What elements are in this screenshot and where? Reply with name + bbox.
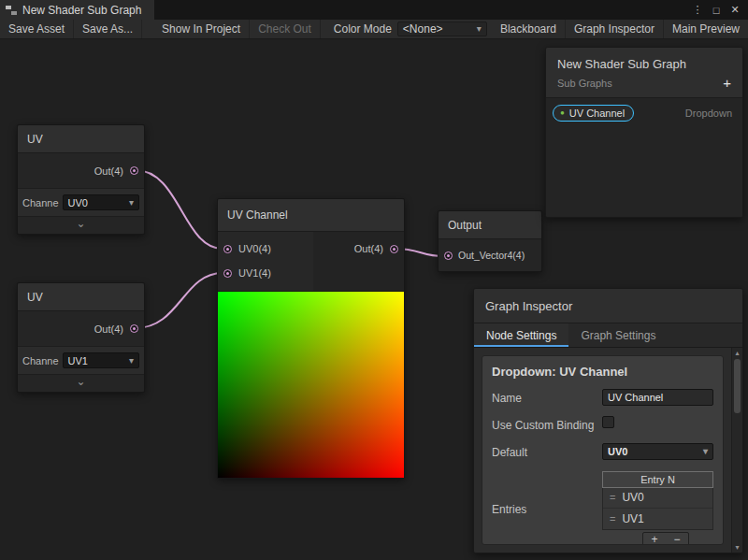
channel-dropdown[interactable]: UV1 ▾ <box>63 352 139 368</box>
channel-label: Channe <box>22 355 59 366</box>
save-asset-button[interactable]: Save Asset <box>0 20 74 38</box>
input-port-row: Out_Vector4(4) <box>439 239 541 271</box>
tab-node-settings[interactable]: Node Settings <box>474 323 568 347</box>
scroll-up-icon[interactable]: ▴ <box>732 349 742 357</box>
blackboard-subtitle: Sub Graphs <box>557 78 731 89</box>
window-tab-bar: New Shader Sub Graph ⋮ □ ✕ <box>0 0 748 20</box>
remove-entry-button[interactable]: − <box>666 533 688 545</box>
node-title[interactable]: UV Channel <box>218 199 404 232</box>
output-in-port[interactable] <box>444 251 453 260</box>
node-uv-bottom[interactable]: UV Out(4) Channe UV1 ▾ ⌄ <box>17 282 145 393</box>
shader-graph-icon <box>6 5 17 16</box>
inspector-tabs: Node Settings Graph Settings <box>474 323 742 348</box>
main-preview-toggle-button[interactable]: Main Preview <box>664 20 748 38</box>
graph-canvas[interactable]: UV Out(4) Channe UV0 ▾ ⌄ UV Out(4) <box>0 39 748 560</box>
input-port-row: UV1(4) <box>223 264 271 282</box>
default-field-row: Default UV0 ▾ <box>492 443 713 460</box>
show-in-project-button[interactable]: Show In Project <box>153 20 250 38</box>
color-mode-value: <None> <box>403 22 443 36</box>
section-title: Dropdown: UV Channel <box>492 365 713 379</box>
node-uv-channel[interactable]: UV Channel UV0(4) UV1(4) Out(4) <box>217 198 405 479</box>
node-collapse-button[interactable]: ⌄ <box>18 374 144 392</box>
node-collapse-button[interactable]: ⌄ <box>18 216 144 234</box>
color-mode-label: Color Mode <box>321 20 397 38</box>
name-label: Name <box>492 389 602 406</box>
toolbar-right-group: Blackboard Graph Inspector Main Preview <box>492 20 748 38</box>
blackboard-item-name: UV Channel <box>569 108 625 119</box>
node-title[interactable]: UV <box>18 283 144 311</box>
list-item[interactable]: = UV1 <box>603 509 712 529</box>
entry-value: UV0 <box>622 491 643 504</box>
entries-field-row: Entries Entry N = UV0 = UV1 <box>492 471 713 545</box>
entry-value: UV1 <box>622 512 643 525</box>
blackboard-item-row[interactable]: ● UV Channel Dropdown <box>553 105 736 122</box>
entries-list: = UV0 = UV1 <box>602 488 713 530</box>
inspector-scrollbar[interactable]: ▴ ▾ <box>731 348 742 553</box>
close-icon[interactable]: ✕ <box>727 4 742 16</box>
output-port-row: Out(4) <box>18 311 144 346</box>
chevron-down-icon: ▾ <box>129 356 134 366</box>
node-title[interactable]: Output <box>439 211 541 239</box>
channel-dropdown[interactable]: UV0 ▾ <box>63 194 139 210</box>
uv-bottom-out-port[interactable] <box>130 324 138 333</box>
uv-channel-in1-port[interactable] <box>223 269 232 278</box>
tab-graph-settings[interactable]: Graph Settings <box>568 323 668 347</box>
default-dropdown[interactable]: UV0 ▾ <box>602 443 713 460</box>
tab-title: New Shader Sub Graph <box>22 4 141 17</box>
list-item[interactable]: = UV0 <box>603 488 712 509</box>
blackboard-header[interactable]: New Shader Sub Graph Sub Graphs + <box>546 48 742 98</box>
exposed-dot-icon: ● <box>560 109 565 117</box>
port-label: Out_Vector4(4) <box>458 250 525 261</box>
drag-handle-icon[interactable]: = <box>610 492 615 503</box>
window-controls: ⋮ □ ✕ <box>690 0 748 20</box>
default-value: UV0 <box>608 446 627 457</box>
drag-handle-icon[interactable]: = <box>610 513 615 524</box>
edge-uv1-to-uvchannel[interactable] <box>136 273 223 328</box>
name-input[interactable] <box>602 389 713 406</box>
save-as-button[interactable]: Save As... <box>74 20 142 38</box>
blackboard-item-type: Dropdown <box>685 108 736 119</box>
name-field-row: Name <box>492 389 713 406</box>
color-mode-dropdown[interactable]: <None> ▾ <box>397 22 487 36</box>
channel-control-row: Channe UV1 ▾ <box>18 346 144 374</box>
scroll-down-icon[interactable]: ▾ <box>732 543 742 552</box>
graph-inspector-toggle-button[interactable]: Graph Inspector <box>566 20 664 38</box>
uv-top-out-port[interactable] <box>130 166 138 175</box>
chevron-down-icon: ▾ <box>129 198 134 208</box>
dropdown-settings-box: Dropdown: UV Channel Name Use Custom Bin… <box>482 355 724 545</box>
output-port-row: Out(4) <box>354 239 398 258</box>
channel-label: Channe <box>22 197 59 208</box>
use-custom-binding-label: Use Custom Binding <box>492 416 602 433</box>
uv-channel-out-port[interactable] <box>390 245 398 253</box>
node-uv-top[interactable]: UV Out(4) Channe UV0 ▾ ⌄ <box>17 124 145 235</box>
graph-toolbar: Save Asset Save As... Show In Project Ch… <box>0 20 748 39</box>
inspector-content: Dropdown: UV Channel Name Use Custom Bin… <box>474 348 731 553</box>
add-entry-button[interactable]: + <box>643 533 666 545</box>
toolbar-spacer <box>142 20 153 38</box>
blackboard-item-pill[interactable]: ● UV Channel <box>553 105 634 122</box>
uv-channel-in0-port[interactable] <box>223 245 232 253</box>
node-title[interactable]: UV <box>18 125 144 153</box>
entries-label: Entries <box>492 500 602 517</box>
use-custom-binding-checkbox[interactable] <box>602 416 614 428</box>
port-label: UV0(4) <box>238 243 271 254</box>
entries-list-header: Entry N <box>602 471 713 488</box>
maximize-icon[interactable]: □ <box>709 5 724 16</box>
blackboard-title: New Shader Sub Graph <box>557 57 731 71</box>
uv-channel-preview <box>218 291 404 478</box>
edge-uv0-to-uvchannel[interactable] <box>136 170 223 249</box>
output-port-row: Out(4) <box>18 153 144 188</box>
graph-inspector-title[interactable]: Graph Inspector <box>474 289 742 323</box>
blackboard-toggle-button[interactable]: Blackboard <box>492 20 566 38</box>
scrollbar-thumb[interactable] <box>734 359 741 413</box>
shader-graph-window: New Shader Sub Graph ⋮ □ ✕ Save Asset Sa… <box>0 0 748 560</box>
tab-new-shader-sub-graph[interactable]: New Shader Sub Graph <box>0 0 154 20</box>
port-label: Out(4) <box>94 323 123 335</box>
node-output[interactable]: Output Out_Vector4(4) <box>438 210 542 272</box>
channel-control-row: Channe UV0 ▾ <box>18 188 144 216</box>
input-port-row: UV0(4) <box>223 239 271 258</box>
node-ports-body: UV0(4) UV1(4) Out(4) <box>218 232 404 291</box>
kebab-menu-icon[interactable]: ⋮ <box>690 4 705 16</box>
channel-value: UV1 <box>68 355 88 366</box>
add-property-button[interactable]: + <box>723 76 731 90</box>
